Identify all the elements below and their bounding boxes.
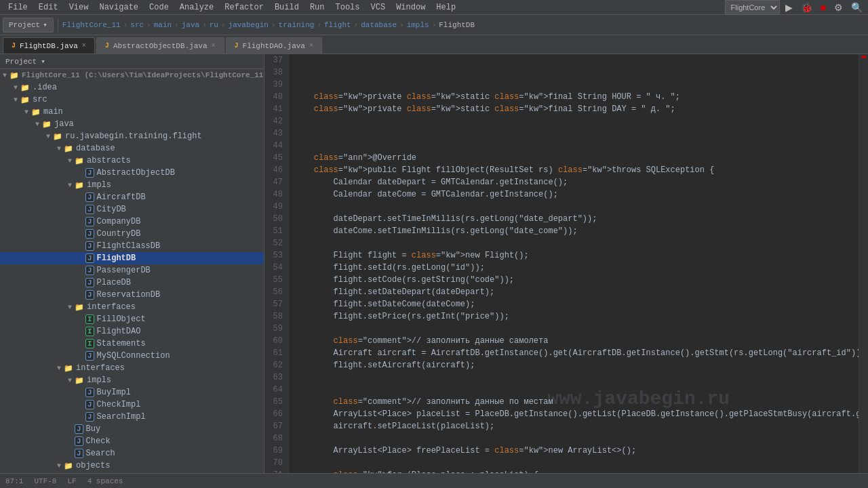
breadcrumb-javabegin[interactable]: javabegin <box>229 21 269 29</box>
line-number: 37 <box>267 54 283 66</box>
breadcrumb-sep-1: › <box>123 21 128 29</box>
menu-window[interactable]: Window <box>391 1 431 14</box>
menu-file[interactable]: File <box>3 1 33 14</box>
sidebar-tree-item[interactable]: JFlightDB <box>0 252 264 264</box>
code-line: ArrayList<Place> placeList = PlaceDB.get… <box>294 408 859 420</box>
breadcrumb-impls[interactable]: impls <box>407 21 429 29</box>
tab-close-abstractobjectdb[interactable]: × <box>212 42 216 49</box>
menu-tools[interactable]: Tools <box>330 1 366 14</box>
run-config-select[interactable]: FlightCore <box>725 0 780 15</box>
sidebar-tree-item[interactable]: ▼📁.idea <box>0 81 264 94</box>
line-number: 54 <box>267 262 283 274</box>
sidebar-tree-item[interactable]: ▼📁database <box>0 142 264 155</box>
java-file-icon: J <box>85 254 94 262</box>
menu-edit[interactable]: Edit <box>33 1 64 14</box>
sidebar-tree-item[interactable]: JCheckImpl <box>0 399 264 411</box>
sidebar-tree-item[interactable]: JFlightClassDB <box>0 240 264 252</box>
sidebar-tree-item[interactable]: ▼📁main <box>0 106 264 118</box>
code-line: class="kw">private class="kw">static cla… <box>294 91 859 103</box>
code-line <box>294 371 859 384</box>
code-line: class="kw">for (Place place : placeList)… <box>294 469 859 473</box>
sidebar-tree-item[interactable]: IStatements <box>0 338 264 350</box>
menu-refactor[interactable]: Refactor <box>219 1 269 14</box>
sidebar-tree-item[interactable]: JCheck <box>0 435 264 447</box>
tree-arrow-icon: ▼ <box>11 84 20 92</box>
sidebar-tree-item[interactable]: JCityDB <box>0 203 264 216</box>
stop-button[interactable]: ■ <box>818 1 829 14</box>
sidebar-tree-item[interactable]: IFillObject <box>0 313 264 325</box>
tab-java-icon-abstract: J <box>105 42 109 49</box>
breadcrumb-ru[interactable]: ru <box>210 21 218 29</box>
sidebar-tree-item[interactable]: JPlaceDB <box>0 277 264 289</box>
line-number: 40 <box>267 91 283 103</box>
tab-abstractobjectdb[interactable]: J AbstractObjectDB.java × <box>96 37 224 54</box>
sidebar-tree-item[interactable]: JReservationDB <box>0 289 264 301</box>
sidebar-tree-item[interactable]: ▼📁ru.javabegin.training.flight <box>0 130 264 142</box>
sidebar-tree-item[interactable]: ▼📁impls <box>0 374 264 386</box>
sidebar-tree-item[interactable]: ▼📁impls <box>0 179 264 191</box>
line-number: 44 <box>267 140 283 152</box>
sidebar-tree-item[interactable]: ▼📁interfaces <box>0 362 264 374</box>
sidebar-tree-item[interactable]: JBuyImpl <box>0 386 264 399</box>
tree-label: MySQLConnection <box>97 351 170 361</box>
sidebar-tree-item[interactable]: ▼📁java <box>0 118 264 130</box>
sidebar-tree-item[interactable]: ▼📁objects <box>0 460 264 472</box>
menu-view[interactable]: View <box>64 1 94 14</box>
sidebar-tree-item[interactable]: JAbstractObjectDB <box>0 167 264 179</box>
code-line: ArrayList<Place> freePlaceList = class="… <box>294 445 859 457</box>
sidebar-tree-item[interactable]: JCompanyDB <box>0 216 264 228</box>
debug-button[interactable]: 🐞 <box>798 1 815 14</box>
breadcrumb-java[interactable]: java <box>182 21 199 29</box>
toolbar: Project ▾ FlightCore_11 › src › main › j… <box>0 15 868 35</box>
code-content[interactable]: www.javabegin.ru class="kw">private clas… <box>289 54 859 473</box>
project-dropdown[interactable]: Project ▾ <box>3 18 54 33</box>
menu-navigate[interactable]: Navigate <box>94 1 144 14</box>
sidebar-tree-item[interactable]: JSearchImpl <box>0 411 264 423</box>
sidebar-tree-item[interactable]: ▼📁interfaces <box>0 301 264 313</box>
sidebar-tree-item[interactable]: ▼📁src <box>0 94 264 106</box>
tree-label: AircraftDB <box>97 192 146 202</box>
java-file-icon: J <box>85 242 94 250</box>
sidebar-tree-item[interactable]: ▼📁abstracts <box>0 155 264 167</box>
line-number: 67 <box>267 420 283 432</box>
tree-arrow-icon: ▼ <box>65 377 75 384</box>
sidebar-tree-item[interactable]: JCountryDB <box>0 228 264 240</box>
breadcrumb-sep-9: › <box>399 21 404 29</box>
sidebar-dropdown-icon[interactable]: ▾ <box>41 57 45 66</box>
menu-help[interactable]: Help <box>431 1 461 14</box>
tree-label: CompanyDB <box>97 217 141 226</box>
menu-code[interactable]: Code <box>144 1 174 14</box>
breadcrumb-training[interactable]: training <box>279 21 315 29</box>
sidebar-tree-item[interactable]: ▼📁FlightCore_11 (C:\Users\Tim\IdeaProjec… <box>0 69 264 81</box>
menu-analyze[interactable]: Analyze <box>174 1 219 14</box>
tab-close-flightdb[interactable]: × <box>82 42 86 49</box>
tree-label: SearchImpl <box>97 412 146 422</box>
breadcrumb-flightcore[interactable]: FlightCore_11 <box>62 21 121 29</box>
code-line: flight.setPrice(rs.getInt("price")); <box>294 310 859 323</box>
settings-button[interactable]: ⚙ <box>831 1 846 14</box>
breadcrumb-database[interactable]: database <box>361 21 397 29</box>
menu-vcs[interactable]: VCS <box>366 1 391 14</box>
menu-build[interactable]: Build <box>269 1 304 14</box>
line-number: 38 <box>267 66 283 79</box>
java-file-icon: J <box>85 413 94 421</box>
sidebar-tree-item[interactable]: JBuy <box>0 423 264 435</box>
sidebar-tree-item[interactable]: JAircraftDB <box>0 191 264 203</box>
breadcrumb-flight[interactable]: flight <box>324 21 351 29</box>
tab-flightdao[interactable]: J FlightDAO.java × <box>226 37 322 54</box>
run-button[interactable]: ▶ <box>783 1 795 14</box>
tree-label: FlightClassDB <box>97 241 161 251</box>
code-area[interactable]: 3738394041424344454647484950515253545556… <box>264 54 859 473</box>
code-line: flight.setDateDepart(dateDepart); <box>294 286 859 298</box>
breadcrumb-flightdb[interactable]: FlightDB <box>439 21 475 29</box>
breadcrumb-main[interactable]: main <box>154 21 172 29</box>
breadcrumb-src[interactable]: src <box>130 21 144 29</box>
tab-flightdb[interactable]: J FlightDB.java × <box>3 37 95 54</box>
sidebar-tree-item[interactable]: JPassengerDB <box>0 264 264 277</box>
sidebar-tree-item[interactable]: JMySQLConnection <box>0 350 264 362</box>
sidebar-tree-item[interactable]: IFlightDAO <box>0 325 264 338</box>
tab-close-flightdao[interactable]: × <box>309 42 313 49</box>
search-everywhere-button[interactable]: 🔍 <box>848 1 865 14</box>
menu-run[interactable]: Run <box>304 1 330 14</box>
sidebar-tree-item[interactable]: JSearch <box>0 447 264 460</box>
